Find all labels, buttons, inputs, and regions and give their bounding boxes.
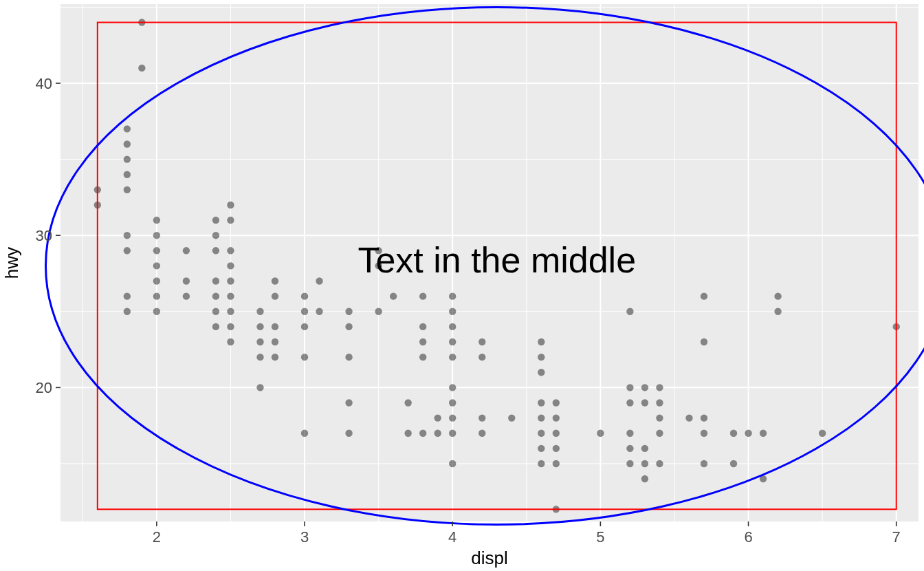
data-point <box>449 384 456 391</box>
data-point <box>272 323 278 330</box>
data-point <box>272 292 278 299</box>
x-tick-label: 4 <box>448 528 456 546</box>
data-point <box>701 292 707 299</box>
data-point <box>626 308 633 315</box>
data-point <box>316 277 322 284</box>
data-point <box>656 399 663 406</box>
data-point <box>449 414 456 421</box>
data-point <box>301 430 308 437</box>
data-point <box>626 399 633 406</box>
data-point <box>745 430 751 437</box>
x-tick-label: 7 <box>892 528 901 546</box>
data-point <box>124 292 131 299</box>
data-point <box>449 460 456 467</box>
data-point <box>656 460 663 467</box>
data-point <box>272 277 278 284</box>
data-point <box>183 292 190 299</box>
data-point <box>419 354 426 360</box>
data-point <box>553 445 560 452</box>
data-point <box>685 414 692 421</box>
data-point <box>272 354 278 360</box>
data-point <box>212 308 219 315</box>
data-point <box>301 354 308 360</box>
data-point <box>227 338 234 345</box>
data-point <box>730 430 737 437</box>
data-point <box>153 232 160 239</box>
data-point <box>183 247 190 254</box>
data-point <box>626 445 633 452</box>
data-point <box>597 430 604 437</box>
data-point <box>138 65 145 72</box>
data-point <box>553 414 560 421</box>
data-point <box>272 338 278 345</box>
data-point <box>449 292 456 299</box>
data-point <box>256 354 263 360</box>
data-point <box>345 399 352 406</box>
y-ticks <box>56 83 60 387</box>
data-point <box>538 445 544 452</box>
y-tick-label: 30 <box>36 227 52 244</box>
data-point <box>419 338 426 345</box>
data-point <box>626 384 633 391</box>
data-point <box>153 277 160 284</box>
data-point <box>449 323 456 330</box>
data-point <box>553 460 560 467</box>
data-point <box>641 399 648 406</box>
data-point <box>538 354 544 360</box>
data-point <box>419 430 426 437</box>
annotation-text: Text in the middle <box>358 240 636 280</box>
data-point <box>538 460 544 467</box>
data-point <box>478 430 485 437</box>
data-point <box>478 354 485 360</box>
data-point <box>701 414 707 421</box>
data-point <box>656 430 663 437</box>
data-point <box>153 292 160 299</box>
data-point <box>641 475 648 482</box>
data-point <box>449 308 456 315</box>
data-point <box>641 460 648 467</box>
data-point <box>478 338 485 345</box>
data-point <box>375 308 382 315</box>
data-point <box>301 323 308 330</box>
data-point <box>419 292 426 299</box>
data-point <box>641 445 648 452</box>
x-tick-label: 3 <box>300 528 309 546</box>
data-point <box>404 399 411 406</box>
data-point <box>124 140 131 147</box>
data-point <box>212 323 219 330</box>
y-axis-title: hwy <box>1 247 22 279</box>
data-point <box>212 217 219 224</box>
data-point <box>227 247 234 254</box>
data-point <box>227 262 234 269</box>
data-point <box>345 354 352 360</box>
data-point <box>124 186 131 193</box>
data-point <box>701 338 707 345</box>
data-point <box>212 292 219 299</box>
x-axis-title: displ <box>471 548 507 568</box>
data-point <box>124 155 131 162</box>
data-point <box>449 338 456 345</box>
data-point <box>701 430 707 437</box>
data-point <box>553 430 560 437</box>
data-point <box>227 292 234 299</box>
data-point <box>404 430 411 437</box>
data-point <box>626 460 633 467</box>
data-point <box>256 308 263 315</box>
data-point <box>227 277 234 284</box>
data-point <box>760 430 767 437</box>
data-point <box>153 308 160 315</box>
data-point <box>449 430 456 437</box>
chart-svg: Text in the middle 2 3 4 5 6 7 20 30 40 … <box>0 0 924 571</box>
data-point <box>774 308 781 315</box>
data-point <box>212 232 219 239</box>
data-point <box>508 414 515 421</box>
data-point <box>153 247 160 254</box>
data-point <box>641 384 648 391</box>
data-point <box>434 414 441 421</box>
x-tick-label: 5 <box>596 528 604 546</box>
data-point <box>626 430 633 437</box>
y-tick-label: 20 <box>36 379 52 396</box>
data-point <box>449 354 456 360</box>
data-point <box>419 323 426 330</box>
data-point <box>124 247 131 254</box>
